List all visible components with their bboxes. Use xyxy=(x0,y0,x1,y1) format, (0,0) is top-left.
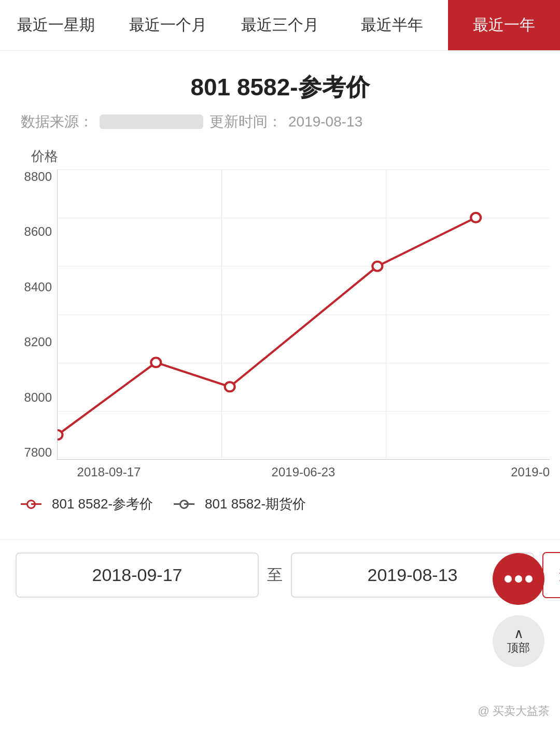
data-source-label: 数据来源： xyxy=(21,112,93,132)
chat-dots xyxy=(505,575,533,583)
scroll-to-top-button[interactable]: ∧ 顶部 xyxy=(493,615,544,667)
top-btn-label: 顶部 xyxy=(507,640,530,656)
svg-point-1 xyxy=(151,358,161,367)
tab-3months[interactable]: 最近三个月 xyxy=(224,0,336,50)
query-button[interactable]: 查询 xyxy=(542,552,560,598)
chart-title: 801 8582-参考价 xyxy=(21,72,539,104)
tab-week[interactable]: 最近一星期 xyxy=(0,0,112,50)
time-tabs: 最近一星期 最近一个月 最近三个月 最近半年 最近一年 xyxy=(0,0,560,51)
chart-svg xyxy=(58,169,550,459)
svg-point-4 xyxy=(471,213,481,222)
x-tick-2: 2019-06-23 xyxy=(251,465,355,479)
y-tick-7800: 7800 xyxy=(24,445,52,460)
legend-label-gray: 801 8582-期货价 xyxy=(205,495,306,513)
chart-header: 801 8582-参考价 数据来源： 更新时间： 2019-08-13 xyxy=(0,51,560,137)
tab-halfyear[interactable]: 最近半年 xyxy=(336,0,448,50)
legend-item-red: 801 8582-参考价 xyxy=(21,495,153,513)
tab-month[interactable]: 最近一个月 xyxy=(112,0,224,50)
chat-dot-2 xyxy=(515,575,522,583)
y-tick-8800: 8800 xyxy=(24,169,52,184)
date-range-bar: 至 查询 xyxy=(0,539,560,611)
x-axis: 2018-09-17 2019-06-23 2019-0 xyxy=(10,460,550,479)
start-date-input[interactable] xyxy=(16,553,259,598)
tab-year[interactable]: 最近一年 xyxy=(448,0,560,50)
x-tick-3: 2019-0 xyxy=(446,465,550,479)
data-source-blurred xyxy=(100,115,203,129)
y-tick-8600: 8600 xyxy=(24,224,52,239)
svg-point-3 xyxy=(372,262,382,271)
x-tick-1: 2018-09-17 xyxy=(57,465,161,479)
y-axis-label: 价格 xyxy=(10,147,550,165)
watermark: @ 买卖大益茶 xyxy=(478,703,550,719)
y-tick-8200: 8200 xyxy=(24,335,52,349)
update-date: 2019-08-13 xyxy=(288,114,362,130)
svg-point-2 xyxy=(225,382,235,391)
y-tick-8400: 8400 xyxy=(24,280,52,294)
chat-fab-button[interactable] xyxy=(493,553,544,605)
chart-container: 价格 8800 8600 8400 8200 8000 7800 xyxy=(0,137,560,479)
date-separator: 至 xyxy=(267,564,283,586)
legend-label-red: 801 8582-参考价 xyxy=(52,495,153,513)
legend-item-gray: 801 8582-期货价 xyxy=(174,495,306,513)
y-axis: 8800 8600 8400 8200 8000 7800 xyxy=(10,169,57,460)
chevron-up-icon: ∧ xyxy=(514,627,524,640)
legend: 801 8582-参考价 801 8582-期货价 xyxy=(0,479,560,529)
chat-dot-3 xyxy=(525,575,533,583)
y-tick-8000: 8000 xyxy=(24,390,52,405)
chat-dot-1 xyxy=(505,575,512,583)
chart-meta: 数据来源： 更新时间： 2019-08-13 xyxy=(21,112,539,132)
chart-plot xyxy=(57,169,550,460)
update-label: 更新时间： xyxy=(209,112,282,132)
chart-wrap: 8800 8600 8400 8200 8000 7800 xyxy=(10,169,550,460)
svg-point-0 xyxy=(58,430,62,440)
